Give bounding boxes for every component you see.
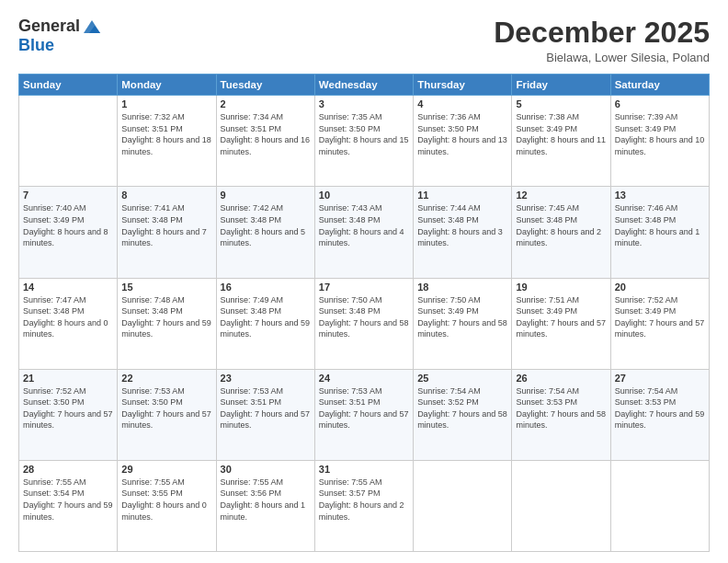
- day-number: 23: [221, 373, 311, 384]
- day-info: Sunrise: 7:52 AMSunset: 3:49 PMDaylight:…: [615, 294, 705, 340]
- day-number: 21: [23, 373, 113, 384]
- day-info: Sunrise: 7:46 AMSunset: 3:48 PMDaylight:…: [615, 202, 705, 248]
- calendar-cell: 5Sunrise: 7:38 AMSunset: 3:49 PMDaylight…: [512, 96, 610, 187]
- day-info: Sunrise: 7:53 AMSunset: 3:51 PMDaylight:…: [221, 385, 311, 431]
- day-info: Sunrise: 7:34 AMSunset: 3:51 PMDaylight:…: [221, 111, 311, 157]
- calendar-cell: 28Sunrise: 7:55 AMSunset: 3:54 PMDayligh…: [19, 460, 118, 551]
- calendar-cell: [414, 460, 512, 551]
- calendar-cell: 7Sunrise: 7:40 AMSunset: 3:49 PMDaylight…: [19, 187, 118, 278]
- calendar-cell: 26Sunrise: 7:54 AMSunset: 3:53 PMDayligh…: [512, 369, 610, 460]
- day-number: 10: [319, 190, 409, 201]
- calendar-week-row: 21Sunrise: 7:52 AMSunset: 3:50 PMDayligh…: [19, 369, 710, 460]
- calendar-cell: 14Sunrise: 7:47 AMSunset: 3:48 PMDayligh…: [19, 278, 118, 369]
- day-info: Sunrise: 7:45 AMSunset: 3:48 PMDaylight:…: [516, 202, 606, 248]
- day-info: Sunrise: 7:52 AMSunset: 3:50 PMDaylight:…: [23, 385, 113, 431]
- calendar-cell: 22Sunrise: 7:53 AMSunset: 3:50 PMDayligh…: [118, 369, 216, 460]
- calendar-cell: 4Sunrise: 7:36 AMSunset: 3:50 PMDaylight…: [414, 96, 512, 187]
- day-number: 15: [121, 282, 211, 293]
- calendar-cell: 16Sunrise: 7:49 AMSunset: 3:48 PMDayligh…: [216, 278, 314, 369]
- day-number: 26: [516, 373, 606, 384]
- day-number: 29: [121, 464, 211, 475]
- day-number: 13: [615, 190, 705, 201]
- day-info: Sunrise: 7:51 AMSunset: 3:49 PMDaylight:…: [516, 294, 606, 340]
- calendar-cell: 1Sunrise: 7:32 AMSunset: 3:51 PMDaylight…: [118, 96, 216, 187]
- day-info: Sunrise: 7:47 AMSunset: 3:48 PMDaylight:…: [23, 294, 113, 340]
- day-info: Sunrise: 7:55 AMSunset: 3:57 PMDaylight:…: [319, 477, 409, 523]
- day-number: 25: [417, 373, 507, 384]
- col-header-monday: Monday: [118, 75, 216, 96]
- day-number: 27: [615, 373, 705, 384]
- day-number: 9: [221, 190, 311, 201]
- day-info: Sunrise: 7:54 AMSunset: 3:53 PMDaylight:…: [516, 385, 606, 431]
- day-info: Sunrise: 7:55 AMSunset: 3:56 PMDaylight:…: [221, 477, 311, 523]
- calendar-cell: 15Sunrise: 7:48 AMSunset: 3:48 PMDayligh…: [118, 278, 216, 369]
- day-info: Sunrise: 7:40 AMSunset: 3:49 PMDaylight:…: [23, 202, 113, 248]
- calendar-cell: 2Sunrise: 7:34 AMSunset: 3:51 PMDaylight…: [216, 96, 314, 187]
- col-header-thursday: Thursday: [414, 75, 512, 96]
- page: General Blue December 2025 Bielawa, Lowe…: [0, 0, 728, 563]
- day-number: 4: [417, 98, 507, 109]
- col-header-friday: Friday: [512, 75, 610, 96]
- calendar-cell: 29Sunrise: 7:55 AMSunset: 3:55 PMDayligh…: [118, 460, 216, 551]
- calendar-week-row: 7Sunrise: 7:40 AMSunset: 3:49 PMDaylight…: [19, 187, 710, 278]
- logo: General Blue: [18, 17, 102, 55]
- day-number: 16: [221, 282, 311, 293]
- day-number: 30: [221, 464, 311, 475]
- title-block: December 2025 Bielawa, Lower Silesia, Po…: [494, 17, 710, 64]
- calendar-cell: 12Sunrise: 7:45 AMSunset: 3:48 PMDayligh…: [512, 187, 610, 278]
- logo-blue-text: Blue: [18, 36, 54, 55]
- calendar-cell: 21Sunrise: 7:52 AMSunset: 3:50 PMDayligh…: [19, 369, 118, 460]
- day-info: Sunrise: 7:53 AMSunset: 3:51 PMDaylight:…: [319, 385, 409, 431]
- calendar-cell: 17Sunrise: 7:50 AMSunset: 3:48 PMDayligh…: [314, 278, 413, 369]
- calendar-cell: 25Sunrise: 7:54 AMSunset: 3:52 PMDayligh…: [414, 369, 512, 460]
- day-number: 31: [319, 464, 409, 475]
- day-number: 19: [516, 282, 606, 293]
- calendar-cell: 23Sunrise: 7:53 AMSunset: 3:51 PMDayligh…: [216, 369, 314, 460]
- location-subtitle: Bielawa, Lower Silesia, Poland: [494, 51, 710, 64]
- calendar-header-row: SundayMondayTuesdayWednesdayThursdayFrid…: [19, 75, 710, 96]
- day-number: 2: [221, 98, 311, 109]
- day-number: 18: [417, 282, 507, 293]
- calendar-cell: 31Sunrise: 7:55 AMSunset: 3:57 PMDayligh…: [314, 460, 413, 551]
- calendar-cell: 6Sunrise: 7:39 AMSunset: 3:49 PMDaylight…: [610, 96, 709, 187]
- day-info: Sunrise: 7:35 AMSunset: 3:50 PMDaylight:…: [319, 111, 409, 157]
- calendar-cell: 3Sunrise: 7:35 AMSunset: 3:50 PMDaylight…: [314, 96, 413, 187]
- logo-icon: [82, 18, 102, 35]
- day-info: Sunrise: 7:38 AMSunset: 3:49 PMDaylight:…: [516, 111, 606, 157]
- calendar-cell: 8Sunrise: 7:41 AMSunset: 3:48 PMDaylight…: [118, 187, 216, 278]
- day-info: Sunrise: 7:50 AMSunset: 3:49 PMDaylight:…: [417, 294, 507, 340]
- day-number: 22: [121, 373, 211, 384]
- day-info: Sunrise: 7:49 AMSunset: 3:48 PMDaylight:…: [221, 294, 311, 340]
- day-number: 6: [615, 98, 705, 109]
- day-info: Sunrise: 7:50 AMSunset: 3:48 PMDaylight:…: [319, 294, 409, 340]
- day-number: 3: [319, 98, 409, 109]
- col-header-wednesday: Wednesday: [314, 75, 413, 96]
- col-header-tuesday: Tuesday: [216, 75, 314, 96]
- day-number: 17: [319, 282, 409, 293]
- calendar-cell: 18Sunrise: 7:50 AMSunset: 3:49 PMDayligh…: [414, 278, 512, 369]
- month-title: December 2025: [494, 17, 710, 49]
- calendar-cell: 9Sunrise: 7:42 AMSunset: 3:48 PMDaylight…: [216, 187, 314, 278]
- calendar-cell: 20Sunrise: 7:52 AMSunset: 3:49 PMDayligh…: [610, 278, 709, 369]
- day-number: 12: [516, 190, 606, 201]
- calendar-cell: 13Sunrise: 7:46 AMSunset: 3:48 PMDayligh…: [610, 187, 709, 278]
- day-number: 24: [319, 373, 409, 384]
- day-info: Sunrise: 7:53 AMSunset: 3:50 PMDaylight:…: [121, 385, 211, 431]
- calendar-cell: 27Sunrise: 7:54 AMSunset: 3:53 PMDayligh…: [610, 369, 709, 460]
- calendar-week-row: 14Sunrise: 7:47 AMSunset: 3:48 PMDayligh…: [19, 278, 710, 369]
- day-number: 20: [615, 282, 705, 293]
- col-header-sunday: Sunday: [19, 75, 118, 96]
- day-info: Sunrise: 7:44 AMSunset: 3:48 PMDaylight:…: [417, 202, 507, 248]
- col-header-saturday: Saturday: [610, 75, 709, 96]
- day-number: 1: [121, 98, 211, 109]
- day-number: 8: [121, 190, 211, 201]
- day-info: Sunrise: 7:55 AMSunset: 3:54 PMDaylight:…: [23, 477, 113, 523]
- calendar-cell: 24Sunrise: 7:53 AMSunset: 3:51 PMDayligh…: [314, 369, 413, 460]
- calendar-table: SundayMondayTuesdayWednesdayThursdayFrid…: [18, 74, 710, 552]
- day-info: Sunrise: 7:54 AMSunset: 3:52 PMDaylight:…: [417, 385, 507, 431]
- day-info: Sunrise: 7:55 AMSunset: 3:55 PMDaylight:…: [121, 477, 211, 523]
- day-info: Sunrise: 7:36 AMSunset: 3:50 PMDaylight:…: [417, 111, 507, 157]
- day-number: 14: [23, 282, 113, 293]
- day-number: 7: [23, 190, 113, 201]
- calendar-cell: 11Sunrise: 7:44 AMSunset: 3:48 PMDayligh…: [414, 187, 512, 278]
